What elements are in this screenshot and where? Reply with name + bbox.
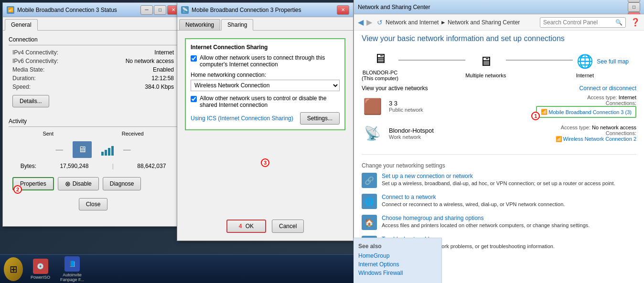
- status-minimize-btn[interactable]: ─: [140, 5, 153, 15]
- speed-value: 384.0 Kbps: [145, 84, 174, 90]
- details-button[interactable]: Details...: [12, 95, 49, 107]
- connection-hotspot-link[interactable]: 📶 Wireless Network Connection 2: [556, 136, 636, 142]
- status-title: Mobile Broadband Connection 3 Status: [17, 7, 140, 13]
- props-tab-sharing[interactable]: Sharing: [221, 19, 253, 31]
- network-33-access-type-row: Access type: Internet: [536, 94, 636, 100]
- network-33-type: Public network: [389, 107, 530, 113]
- status-tab-general[interactable]: General: [5, 19, 38, 31]
- network-33-info: 3 3 Public network: [389, 100, 530, 113]
- net-line-1: [398, 60, 465, 61]
- start-icon: ⊞: [10, 263, 18, 275]
- props-close-btn[interactable]: ✕: [337, 5, 349, 15]
- allow-control-checkbox[interactable]: [191, 96, 197, 102]
- props-tab-networking[interactable]: Networking: [179, 19, 220, 30]
- refresh-icon[interactable]: ↺: [377, 19, 383, 26]
- props-win-controls: ✕: [337, 5, 349, 15]
- media-label: Media State:: [12, 66, 44, 73]
- status-win-controls: ─ □ ✕: [140, 5, 180, 15]
- computer-icon: 🖥: [73, 141, 92, 158]
- start-button[interactable]: ⊞: [4, 257, 23, 281]
- setting-text-0: Set up a new connection or network Set u…: [382, 173, 615, 186]
- setting-icon-1: 🌐: [362, 194, 377, 209]
- search-input[interactable]: [543, 19, 615, 26]
- settings-title: Change your networking settings: [362, 162, 636, 169]
- bytes-label-left: Bytes:: [21, 163, 36, 169]
- bytes-separator: |: [112, 163, 114, 169]
- home-network-row: Home networking connection: Wireless Net…: [191, 72, 340, 91]
- setting-link-2[interactable]: Choose homegroup and sharing options: [382, 215, 590, 221]
- disable-label: Disable: [73, 180, 92, 187]
- allow-connect-checkbox[interactable]: [191, 55, 197, 62]
- hotspot-info: Blondor-Hotspot Work network: [389, 127, 550, 140]
- active-networks-section: View your active networks Connect or dis…: [354, 83, 644, 150]
- sent-label: Sent: [43, 131, 54, 136]
- home-network-dropdown[interactable]: Wireless Network Connection: [191, 80, 340, 91]
- setting-link-0[interactable]: Set up a new connection or network: [382, 173, 615, 179]
- connection-section-label: Connection: [9, 36, 178, 45]
- cp-header-text: View your basic network information and …: [362, 34, 565, 43]
- allow-control-label: Allow other network users to control or …: [200, 95, 340, 108]
- home-network-label: Home networking connection:: [191, 72, 340, 78]
- setting-text-2: Choose homegroup and sharing options Acc…: [382, 215, 590, 228]
- diagnose-button[interactable]: Diagnose: [103, 177, 141, 190]
- see-full-map-link[interactable]: See full map: [597, 49, 629, 65]
- cp-title: Network and Sharing Center: [358, 4, 430, 10]
- network-item-hotspot: 📡 Blondor-Hotspot Work network Access ty…: [362, 124, 636, 143]
- network-visual: 🖥 BLONDOR-PC(This computer) 🖥 Multiple n…: [362, 49, 597, 81]
- active-networks-label: View your active networks: [362, 85, 428, 92]
- connection-33-link[interactable]: 📶 Mobile Broadband Connection 3 (3): [541, 109, 632, 115]
- cancel-button[interactable]: Cancel: [272, 220, 304, 233]
- help-icon[interactable]: ❓: [631, 18, 640, 27]
- network-visual-container: 🖥 BLONDOR-PC(This computer) 🖥 Multiple n…: [354, 47, 644, 83]
- network-item-33: 🟫 3 3 Public network Access type: Intern…: [362, 94, 636, 118]
- using-ics-link[interactable]: Using ICS (Internet Connection Sharing): [191, 115, 293, 122]
- access-type-label-1: Access type:: [587, 94, 617, 100]
- allow-connect-label: Allow other network users to connect thr…: [200, 54, 340, 68]
- see-also-internet[interactable]: Internet Options: [358, 261, 437, 268]
- multiple-net-label: Multiple networks: [465, 73, 506, 78]
- connection-33-name: Mobile Broadband Connection 3 (3): [548, 109, 632, 115]
- setting-icon-2: 🏠: [362, 215, 377, 230]
- received-label: Received: [122, 131, 144, 136]
- status-maximize-btn[interactable]: □: [154, 5, 166, 15]
- ok-label: OK: [246, 223, 254, 230]
- access-type-value-1: Internet: [619, 94, 636, 100]
- setting-link-1[interactable]: Connect to a network: [382, 194, 565, 200]
- setting-item-1: 🌐 Connect to a network Connect or reconn…: [362, 194, 636, 209]
- hotspot-access: Access type: No network access Connectio…: [556, 125, 636, 142]
- bar1: [101, 152, 104, 156]
- activity-visual: ── 🖥 ──: [9, 141, 178, 158]
- ok-button[interactable]: 4 OK: [226, 220, 266, 233]
- internet-net-label: Internet: [576, 73, 594, 78]
- multiple-net-icon: 🖥: [474, 52, 498, 71]
- props-title-icon: 📡: [181, 6, 189, 14]
- bar3: [108, 148, 110, 156]
- back-icon[interactable]: ◀: [358, 18, 364, 27]
- props-tab-bar: Networking Sharing: [177, 17, 353, 31]
- connect-disconnect-link[interactable]: Connect or disconnect: [580, 85, 636, 92]
- ipv6-label: IPv6 Connectivity:: [12, 58, 58, 64]
- forward-icon[interactable]: ▶: [366, 18, 372, 27]
- setting-icon-0: 🔗: [362, 173, 377, 188]
- bytes-row: Bytes: 17,590,248 | 88,642,037: [9, 163, 178, 169]
- see-also-homegroup[interactable]: HomeGroup: [358, 252, 437, 259]
- taskbar-item-poweriso[interactable]: 💿 PowerISO: [31, 259, 50, 280]
- connection-33-icon: 📶: [541, 109, 547, 115]
- cp-minimize-btn[interactable]: ─: [628, 0, 640, 2]
- hotspot-access-type-row: Access type: No network access: [556, 125, 636, 130]
- computer-net-label: BLONDOR-PC(This computer): [362, 70, 398, 81]
- hotspot-icon: 📡: [364, 126, 381, 141]
- disable-button[interactable]: ⊗ Disable: [58, 177, 99, 190]
- see-also-section: See also HomeGroup Internet Options Wind…: [354, 238, 442, 283]
- see-also-firewall[interactable]: Windows Firewall: [358, 270, 437, 276]
- props-content: Internet Connection Sharing Allow other …: [177, 31, 353, 195]
- cp-maximize-btn[interactable]: □: [628, 2, 640, 12]
- taskbar-item-autoinvite[interactable]: 📘 Autoinvite Fanpage F...: [58, 256, 86, 282]
- settings-button[interactable]: Settings...: [300, 112, 340, 125]
- media-row: Media State: Enabled: [9, 66, 178, 73]
- see-also-title: See also: [358, 243, 437, 250]
- speed-label: Speed:: [12, 84, 31, 90]
- connections-label-2: Connections:: [606, 130, 636, 136]
- close-button[interactable]: Close: [79, 198, 108, 210]
- setting-desc-0: Set up a wireless, broadband, dial-up, a…: [382, 180, 615, 186]
